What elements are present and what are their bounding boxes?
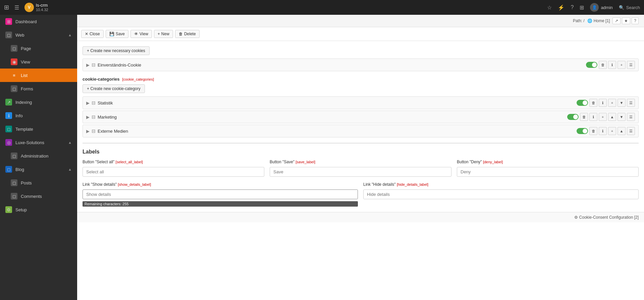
new-button[interactable]: + New bbox=[154, 30, 173, 38]
delete-item-button[interactable]: 🗑 bbox=[589, 99, 597, 107]
labels-title: Labels bbox=[83, 149, 639, 155]
expand-toggle[interactable]: ▶ bbox=[86, 100, 92, 105]
sidebar-item-label: Blog bbox=[15, 167, 24, 172]
toggle-switch[interactable] bbox=[577, 100, 588, 106]
item-actions: 🗑 ℹ + ☰ bbox=[586, 61, 635, 69]
sidebar-item-web[interactable]: ◻ Web ▲ bbox=[0, 28, 77, 42]
info-item-button[interactable]: ℹ bbox=[608, 61, 616, 69]
labels-grid: Button "Select all" [select_all_label] B… bbox=[83, 160, 639, 177]
sidebar-item-luxe[interactable]: ◎ Luxe-Solutions ▲ bbox=[0, 136, 77, 149]
sidebar-item-administration[interactable]: ◻ Administration bbox=[0, 149, 77, 163]
create-category-button[interactable]: + Create new cookie-category bbox=[83, 84, 145, 93]
create-necessary-cookie-button[interactable]: + Create new necessary cookies bbox=[83, 46, 150, 55]
grid2-icon[interactable]: ⊞ bbox=[580, 4, 584, 11]
help-icon[interactable]: ? bbox=[571, 4, 574, 10]
sidebar-item-dashboard[interactable]: ⊞ Dashboard bbox=[0, 15, 77, 28]
cookie-consent-config-link[interactable]: ⚙ Cookie-Consent Configuration [2] bbox=[574, 215, 639, 220]
add-item-button[interactable]: + bbox=[599, 113, 607, 121]
sidebar-item-view[interactable]: ◉ View bbox=[0, 55, 77, 69]
star-icon[interactable]: ☆ bbox=[547, 4, 552, 11]
deny-label-title: Button "Deny" [deny_label] bbox=[457, 160, 639, 164]
down-item-button[interactable]: ▼ bbox=[618, 113, 626, 121]
toolbar: ✕ Close 💾 Save 👁 View + New 🗑 Delete bbox=[77, 27, 644, 41]
user-menu[interactable]: 👤 admin bbox=[590, 3, 612, 12]
sidebar-item-indexing[interactable]: ↗ Indexing bbox=[0, 95, 77, 109]
sidebar-item-forms[interactable]: ◻ Forms bbox=[0, 82, 77, 95]
sidebar-item-info[interactable]: ℹ Info bbox=[0, 109, 77, 122]
save-button[interactable]: 💾 Save bbox=[106, 30, 128, 38]
sidebar-item-label: Setup bbox=[15, 207, 27, 212]
blog-icon: ◻ bbox=[5, 166, 12, 173]
toggle-switch[interactable] bbox=[567, 114, 579, 120]
chevron-up-icon: ▲ bbox=[68, 167, 72, 171]
home-link[interactable]: 🌐 Home [1] bbox=[587, 18, 610, 23]
help-button[interactable]: ? bbox=[632, 17, 639, 24]
topbar: ⊞ ☰ V ls-crm 10.4.32 ☆ ⚡ ? ⊞ 👤 admin 🔍 S… bbox=[0, 0, 644, 15]
up-item-button[interactable]: ▲ bbox=[618, 127, 626, 135]
add-item-button[interactable]: + bbox=[618, 61, 626, 69]
add-item-button[interactable]: + bbox=[608, 127, 616, 135]
menu-item-button[interactable]: ☰ bbox=[627, 99, 635, 107]
list-icon[interactable]: ☰ bbox=[14, 4, 19, 11]
hide-details-input[interactable] bbox=[363, 189, 639, 199]
add-item-button[interactable]: + bbox=[608, 99, 616, 107]
delete-button[interactable]: 🗑 Delete bbox=[175, 30, 200, 38]
sidebar-item-blog[interactable]: ◻ Blog ▲ bbox=[0, 163, 77, 176]
view-button[interactable]: 👁 View bbox=[130, 30, 152, 38]
info-item-button[interactable]: ℹ bbox=[589, 113, 597, 121]
item-icon: ⊟ bbox=[92, 100, 96, 105]
expand-toggle[interactable]: ▶ bbox=[86, 115, 92, 120]
hide-details-group: Link "Hide details" [hide_details_label] bbox=[363, 182, 639, 207]
select-all-label: Button "Select all" [select_all_label] bbox=[83, 160, 264, 164]
field-key: [cookie_categories] bbox=[122, 77, 154, 81]
delete-item-button[interactable]: 🗑 bbox=[599, 61, 607, 69]
item-label: Statistik bbox=[98, 100, 577, 105]
delete-item-button[interactable]: 🗑 bbox=[589, 127, 597, 135]
expand-toggle[interactable]: ▶ bbox=[86, 129, 92, 134]
info-item-button[interactable]: ℹ bbox=[599, 99, 607, 107]
bookmark-button[interactable]: ★ bbox=[622, 17, 630, 24]
deny-group: Button "Deny" [deny_label] bbox=[457, 160, 639, 177]
search-bar[interactable]: 🔍 Search bbox=[619, 5, 640, 10]
menu-item-button[interactable]: ☰ bbox=[627, 61, 635, 69]
expand-toggle[interactable]: ▶ bbox=[86, 62, 92, 68]
up-item-button[interactable]: ▲ bbox=[608, 113, 616, 121]
select-all-input[interactable] bbox=[83, 167, 264, 177]
posts-icon: ◻ bbox=[11, 179, 17, 186]
sidebar-item-label: Web bbox=[15, 33, 24, 38]
down-item-button[interactable]: ▼ bbox=[618, 99, 626, 107]
menu-item-button[interactable]: ☰ bbox=[627, 127, 635, 135]
toggle-switch[interactable] bbox=[577, 128, 588, 134]
save-input[interactable] bbox=[270, 167, 451, 177]
path-text: Path: / bbox=[573, 18, 585, 23]
sidebar-item-list[interactable]: ≡ List bbox=[0, 69, 77, 82]
sidebar-item-label: Info bbox=[15, 113, 23, 118]
select-all-group: Button "Select all" [select_all_label] bbox=[83, 160, 264, 177]
hide-details-label: Link "Hide details" [hide_details_label] bbox=[363, 182, 639, 187]
sidebar-item-template[interactable]: ◻ Template bbox=[0, 122, 77, 136]
close-button[interactable]: ✕ Close bbox=[81, 30, 104, 38]
eye-icon: 👁 bbox=[134, 32, 138, 36]
sidebar-item-comments[interactable]: ◻ Comments bbox=[0, 189, 77, 203]
sidebar-item-setup[interactable]: ⚙ Setup bbox=[0, 203, 77, 216]
list-item: ▶ ⊟ Externe Medien 🗑 ℹ + ▲ ☰ bbox=[83, 125, 639, 137]
web-icon: ◻ bbox=[5, 32, 12, 38]
external-link-button[interactable]: ↗ bbox=[612, 17, 621, 24]
delete-item-button[interactable]: 🗑 bbox=[580, 113, 588, 121]
lightning-icon[interactable]: ⚡ bbox=[558, 4, 565, 11]
info-item-button[interactable]: ℹ bbox=[599, 127, 607, 135]
sidebar-item-posts[interactable]: ◻ Posts bbox=[0, 176, 77, 189]
sidebar-item-page[interactable]: ◻ Page bbox=[0, 42, 77, 55]
menu-item-button[interactable]: ☰ bbox=[627, 113, 635, 121]
toggle-switch[interactable] bbox=[586, 62, 597, 68]
main-area: Path: / 🌐 Home [1] ↗ ★ ? ✕ Close 💾 Save … bbox=[77, 15, 644, 300]
view-icon: ◉ bbox=[11, 58, 17, 65]
item-actions: 🗑 ℹ + ▲ ☰ bbox=[577, 127, 635, 135]
labels-grid-2: Link "Show details" [show_details_label]… bbox=[83, 182, 639, 207]
chevron-up-icon: ▲ bbox=[68, 140, 72, 144]
grid-icon[interactable]: ⊞ bbox=[4, 4, 9, 11]
template-icon: ◻ bbox=[5, 126, 12, 132]
deny-input[interactable] bbox=[457, 167, 639, 177]
show-details-label: Link "Show details" [show_details_label] bbox=[83, 182, 358, 187]
show-details-input[interactable] bbox=[83, 189, 358, 199]
